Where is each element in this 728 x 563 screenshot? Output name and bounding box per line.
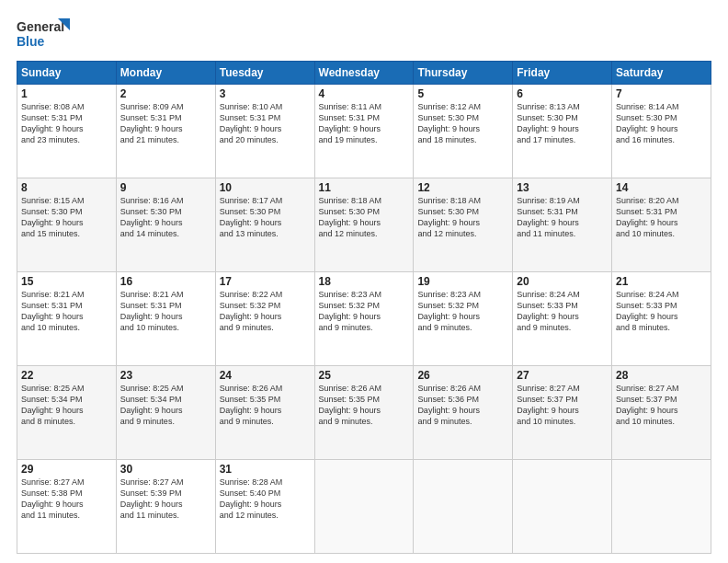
cell-info: Sunrise: 8:23 AM Sunset: 5:32 PM Dayligh… (319, 289, 410, 334)
week-row-1: 8Sunrise: 8:15 AM Sunset: 5:30 PM Daylig… (17, 178, 711, 272)
calendar-cell: 25Sunrise: 8:26 AM Sunset: 5:35 PM Dayli… (314, 366, 414, 460)
day-number: 6 (517, 87, 608, 100)
cell-info: Sunrise: 8:27 AM Sunset: 5:37 PM Dayligh… (517, 383, 608, 428)
week-row-0: 1Sunrise: 8:08 AM Sunset: 5:31 PM Daylig… (17, 85, 711, 178)
svg-text:Blue: Blue (17, 34, 45, 49)
logo-svg: GeneralBlue (17, 17, 72, 52)
day-number: 13 (517, 181, 608, 194)
calendar-cell: 19Sunrise: 8:23 AM Sunset: 5:32 PM Dayli… (414, 272, 513, 366)
calendar-cell: 1Sunrise: 8:08 AM Sunset: 5:31 PM Daylig… (17, 85, 117, 178)
cell-info: Sunrise: 8:27 AM Sunset: 5:38 PM Dayligh… (21, 477, 112, 522)
calendar-cell: 6Sunrise: 8:13 AM Sunset: 5:30 PM Daylig… (513, 85, 612, 178)
cell-info: Sunrise: 8:23 AM Sunset: 5:32 PM Dayligh… (417, 289, 508, 334)
calendar-cell: 5Sunrise: 8:12 AM Sunset: 5:30 PM Daylig… (414, 85, 513, 178)
svg-text:General: General (17, 19, 64, 34)
day-number: 2 (120, 87, 211, 100)
cell-info: Sunrise: 8:26 AM Sunset: 5:35 PM Dayligh… (220, 383, 311, 428)
cell-info: Sunrise: 8:19 AM Sunset: 5:31 PM Dayligh… (517, 195, 608, 240)
cell-info: Sunrise: 8:26 AM Sunset: 5:36 PM Dayligh… (417, 383, 508, 428)
day-number: 29 (21, 463, 112, 476)
cell-info: Sunrise: 8:24 AM Sunset: 5:33 PM Dayligh… (616, 289, 707, 334)
calendar-cell: 4Sunrise: 8:11 AM Sunset: 5:31 PM Daylig… (314, 85, 414, 178)
cell-info: Sunrise: 8:14 AM Sunset: 5:30 PM Dayligh… (616, 101, 707, 146)
day-number: 31 (220, 463, 311, 476)
cell-info: Sunrise: 8:28 AM Sunset: 5:40 PM Dayligh… (220, 477, 311, 522)
logo: GeneralBlue (17, 17, 72, 52)
calendar-cell: 23Sunrise: 8:25 AM Sunset: 5:34 PM Dayli… (116, 366, 215, 460)
weekday-header-friday: Friday (513, 62, 612, 85)
cell-info: Sunrise: 8:27 AM Sunset: 5:39 PM Dayligh… (120, 477, 211, 522)
calendar-cell (612, 460, 711, 554)
cell-info: Sunrise: 8:18 AM Sunset: 5:30 PM Dayligh… (319, 195, 410, 240)
calendar-cell: 12Sunrise: 8:18 AM Sunset: 5:30 PM Dayli… (414, 178, 513, 272)
calendar-cell: 7Sunrise: 8:14 AM Sunset: 5:30 PM Daylig… (612, 85, 711, 178)
calendar-table: SundayMondayTuesdayWednesdayThursdayFrid… (17, 61, 711, 554)
day-number: 16 (120, 275, 211, 288)
calendar-cell: 28Sunrise: 8:27 AM Sunset: 5:37 PM Dayli… (612, 366, 711, 460)
cell-info: Sunrise: 8:26 AM Sunset: 5:35 PM Dayligh… (319, 383, 410, 428)
day-number: 22 (21, 369, 112, 382)
cell-info: Sunrise: 8:20 AM Sunset: 5:31 PM Dayligh… (616, 195, 707, 240)
weekday-header-saturday: Saturday (612, 62, 711, 85)
calendar-cell: 10Sunrise: 8:17 AM Sunset: 5:30 PM Dayli… (215, 178, 314, 272)
cell-info: Sunrise: 8:09 AM Sunset: 5:31 PM Dayligh… (120, 101, 211, 146)
day-number: 11 (319, 181, 410, 194)
cell-info: Sunrise: 8:17 AM Sunset: 5:30 PM Dayligh… (220, 195, 311, 240)
calendar-cell: 30Sunrise: 8:27 AM Sunset: 5:39 PM Dayli… (116, 460, 215, 554)
weekday-header-wednesday: Wednesday (314, 62, 414, 85)
calendar-cell: 31Sunrise: 8:28 AM Sunset: 5:40 PM Dayli… (215, 460, 314, 554)
week-row-3: 22Sunrise: 8:25 AM Sunset: 5:34 PM Dayli… (17, 366, 711, 460)
day-number: 14 (616, 181, 707, 194)
cell-info: Sunrise: 8:24 AM Sunset: 5:33 PM Dayligh… (517, 289, 608, 334)
day-number: 23 (120, 369, 211, 382)
day-number: 21 (616, 275, 707, 288)
day-number: 7 (616, 87, 707, 100)
cell-info: Sunrise: 8:08 AM Sunset: 5:31 PM Dayligh… (21, 101, 112, 146)
day-number: 1 (21, 87, 112, 100)
cell-info: Sunrise: 8:15 AM Sunset: 5:30 PM Dayligh… (21, 195, 112, 240)
calendar-cell: 17Sunrise: 8:22 AM Sunset: 5:32 PM Dayli… (215, 272, 314, 366)
cell-info: Sunrise: 8:13 AM Sunset: 5:30 PM Dayligh… (517, 101, 608, 146)
calendar-page: GeneralBlue SundayMondayTuesdayWednesday… (0, 0, 728, 563)
calendar-cell: 14Sunrise: 8:20 AM Sunset: 5:31 PM Dayli… (612, 178, 711, 272)
calendar-cell (414, 460, 513, 554)
cell-info: Sunrise: 8:11 AM Sunset: 5:31 PM Dayligh… (319, 101, 410, 146)
day-number: 17 (220, 275, 311, 288)
calendar-cell: 18Sunrise: 8:23 AM Sunset: 5:32 PM Dayli… (314, 272, 414, 366)
day-number: 18 (319, 275, 410, 288)
day-number: 19 (417, 275, 508, 288)
day-number: 24 (220, 369, 311, 382)
calendar-cell: 24Sunrise: 8:26 AM Sunset: 5:35 PM Dayli… (215, 366, 314, 460)
calendar-cell (314, 460, 414, 554)
page-header: GeneralBlue (17, 17, 711, 52)
cell-info: Sunrise: 8:21 AM Sunset: 5:31 PM Dayligh… (21, 289, 112, 334)
calendar-cell: 16Sunrise: 8:21 AM Sunset: 5:31 PM Dayli… (116, 272, 215, 366)
calendar-cell: 21Sunrise: 8:24 AM Sunset: 5:33 PM Dayli… (612, 272, 711, 366)
calendar-cell: 2Sunrise: 8:09 AM Sunset: 5:31 PM Daylig… (116, 85, 215, 178)
weekday-header-thursday: Thursday (414, 62, 513, 85)
cell-info: Sunrise: 8:10 AM Sunset: 5:31 PM Dayligh… (220, 101, 311, 146)
day-number: 8 (21, 181, 112, 194)
cell-info: Sunrise: 8:18 AM Sunset: 5:30 PM Dayligh… (417, 195, 508, 240)
week-row-2: 15Sunrise: 8:21 AM Sunset: 5:31 PM Dayli… (17, 272, 711, 366)
weekday-header-sunday: Sunday (17, 62, 117, 85)
day-number: 4 (319, 87, 410, 100)
day-number: 10 (220, 181, 311, 194)
calendar-cell: 3Sunrise: 8:10 AM Sunset: 5:31 PM Daylig… (215, 85, 314, 178)
cell-info: Sunrise: 8:27 AM Sunset: 5:37 PM Dayligh… (616, 383, 707, 428)
day-number: 26 (417, 369, 508, 382)
weekday-header-tuesday: Tuesday (215, 62, 314, 85)
week-row-4: 29Sunrise: 8:27 AM Sunset: 5:38 PM Dayli… (17, 460, 711, 554)
day-number: 9 (120, 181, 211, 194)
cell-info: Sunrise: 8:25 AM Sunset: 5:34 PM Dayligh… (21, 383, 112, 428)
calendar-cell (513, 460, 612, 554)
day-number: 28 (616, 369, 707, 382)
day-number: 3 (220, 87, 311, 100)
calendar-cell: 26Sunrise: 8:26 AM Sunset: 5:36 PM Dayli… (414, 366, 513, 460)
weekday-header-monday: Monday (116, 62, 215, 85)
cell-info: Sunrise: 8:22 AM Sunset: 5:32 PM Dayligh… (220, 289, 311, 334)
day-number: 20 (517, 275, 608, 288)
cell-info: Sunrise: 8:25 AM Sunset: 5:34 PM Dayligh… (120, 383, 211, 428)
calendar-cell: 15Sunrise: 8:21 AM Sunset: 5:31 PM Dayli… (17, 272, 117, 366)
calendar-cell: 22Sunrise: 8:25 AM Sunset: 5:34 PM Dayli… (17, 366, 117, 460)
